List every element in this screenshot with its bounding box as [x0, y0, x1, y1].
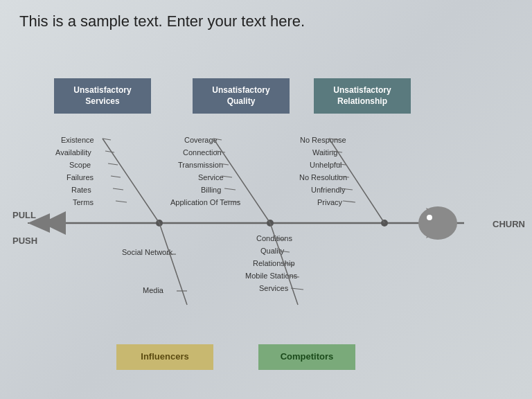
svg-point-9: [381, 220, 388, 227]
push-label: PUSH: [12, 236, 37, 246]
label-relationship: Relationship: [253, 259, 295, 267]
label-coverage: Coverage: [184, 136, 218, 144]
svg-marker-1: [42, 211, 66, 235]
label-mobile-stations: Mobile Stations: [245, 272, 297, 280]
label-unhelpful: Unhelpful: [310, 161, 342, 169]
svg-line-12: [105, 151, 114, 152]
svg-line-15: [113, 188, 123, 190]
svg-point-8: [267, 220, 274, 227]
label-terms: Terms: [73, 198, 94, 206]
box-unsatisfactory-services: UnsatisfactoryServices: [54, 78, 151, 114]
svg-marker-2: [426, 208, 457, 238]
label-failures: Failures: [66, 173, 94, 181]
label-privacy: Privacy: [317, 198, 342, 206]
label-rates: Rates: [71, 186, 91, 194]
label-availability: Availability: [55, 148, 91, 157]
svg-line-11: [103, 139, 111, 140]
label-services: Services: [259, 284, 288, 292]
svg-point-3: [418, 206, 457, 240]
label-connection: Connection: [183, 148, 222, 157]
box-unsatisfactory-relationship: UnsatisfactoryRelationship: [314, 78, 411, 114]
churn-label: CHURN: [493, 219, 525, 229]
svg-line-31: [159, 223, 187, 305]
svg-line-22: [224, 188, 236, 190]
label-service: Service: [198, 173, 224, 181]
label-billing: Billing: [201, 186, 221, 194]
label-quality: Quality: [260, 247, 284, 255]
label-conditions: Conditions: [256, 234, 292, 242]
label-transmission: Transmission: [178, 161, 223, 169]
box-unsatisfactory-quality: UnsatisfactoryQuality: [193, 78, 290, 114]
label-existence: Existence: [61, 136, 94, 144]
svg-line-16: [116, 201, 127, 202]
label-media: Media: [143, 286, 163, 294]
svg-line-13: [108, 163, 118, 165]
svg-line-10: [103, 139, 159, 223]
box-influencers: Influencers: [116, 344, 213, 370]
box-competitors: Competitors: [258, 344, 355, 370]
label-application-of-terms: Application Of Terms: [170, 198, 240, 206]
label-waiting: Waiting: [312, 148, 337, 157]
label-no-response: No Response: [300, 136, 346, 144]
svg-point-4: [427, 215, 432, 220]
label-no-resolution: No Resolution: [299, 173, 347, 181]
page-title: This is a sample text. Enter your text h…: [19, 12, 305, 30]
svg-line-39: [291, 288, 303, 290]
label-scope: Scope: [69, 161, 91, 169]
svg-line-30: [343, 201, 355, 202]
pull-label: PULL: [12, 210, 36, 220]
svg-line-14: [111, 176, 121, 177]
label-unfriendly: Unfriendly: [311, 186, 346, 194]
label-social-network: Social Network: [122, 248, 172, 256]
svg-point-7: [156, 220, 163, 227]
